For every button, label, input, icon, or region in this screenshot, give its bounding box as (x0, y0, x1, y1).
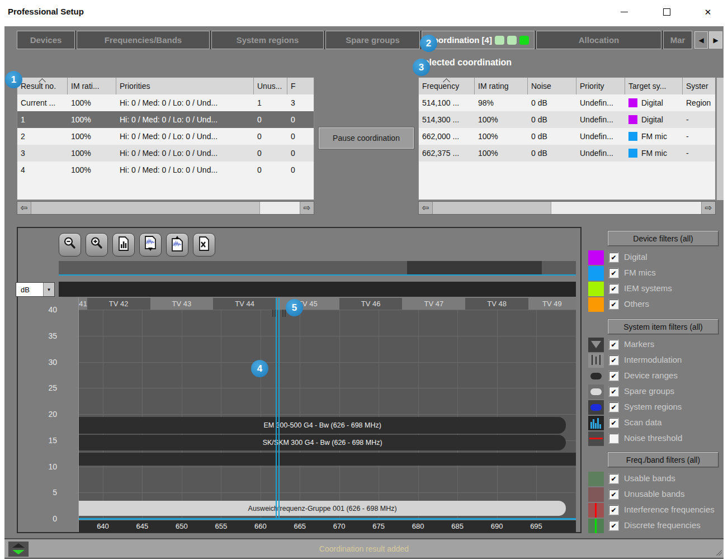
scan-import-button[interactable] (139, 233, 162, 257)
checkbox-others[interactable]: ✔ (609, 300, 618, 309)
scrollbar-track[interactable] (31, 202, 300, 214)
column-header-im-rati[interactable]: IM rati... (68, 78, 116, 94)
close-button[interactable]: ✕ (699, 3, 717, 20)
device-range-bar[interactable]: EM 300-500 G4 - Bw (626 - 698 MHz) (79, 417, 566, 434)
column-header-priorities[interactable]: Priorities (116, 78, 254, 94)
checkbox-noise-threshold[interactable] (609, 434, 618, 443)
table-row[interactable]: 662,375 ...100%0 dBUndefin...FM mic- (419, 145, 715, 162)
table-cell-text: 662,000 ... (422, 132, 459, 141)
table-cell: Undefin... (576, 145, 625, 162)
system-item-filters-group: System item filters (all)✔Markers✔Interm… (586, 319, 724, 449)
minimize-button[interactable] (615, 3, 633, 20)
table-row[interactable]: 514,300 ...100%0 dBUndefin...Digital- (419, 111, 715, 128)
gridline-vertical (497, 310, 498, 520)
resize-grip[interactable] (716, 550, 722, 556)
scroll-left-button[interactable]: ⇦ (419, 202, 433, 214)
selected-coordination-hscrollbar[interactable]: ⇦⇨ (418, 201, 716, 215)
column-header-f[interactable]: F (287, 78, 314, 94)
column-header-label: IM rating (478, 82, 508, 91)
table-cell: Current ... (17, 94, 68, 111)
table-cell-text: 0 dB (531, 98, 547, 107)
gridline-horizontal (79, 336, 576, 336)
table-cell: 0 (287, 162, 314, 178)
table-cell-text: 3 (291, 98, 295, 107)
checkbox-usable-bands[interactable]: ✔ (609, 474, 618, 483)
table-cell-text: Current ... (21, 98, 55, 107)
table-row[interactable]: 3100%Hi: 0 / Med: 0 / Lo: 0 / Und...00 (17, 145, 314, 162)
results-table-hscrollbar[interactable]: ⇦⇨ (17, 201, 314, 215)
column-header-label: Syster (686, 82, 708, 91)
spare-group-bar[interactable]: Ausweichfrequenz-Gruppe 001 (626 - 698 M… (79, 501, 566, 516)
zoom-in-button[interactable] (86, 233, 108, 257)
checkbox-system-regions[interactable]: ✔ (609, 402, 618, 412)
table-row[interactable]: 514,100 ...98%0 dBUndefin...DigitalRegio… (419, 94, 715, 111)
table-row[interactable]: 4100%Hi: 0 / Med: 0 / Lo: 0 / Und...00 (17, 162, 314, 178)
checkbox-device-ranges[interactable]: ✔ (609, 371, 618, 381)
scan-export-button[interactable] (166, 233, 188, 257)
scan-delete-button[interactable] (193, 233, 215, 257)
table-row[interactable]: Current ...100%Hi: 0 / Med: 0 / Lo: 0 / … (17, 94, 314, 111)
column-header-im-rating[interactable]: IM rating (475, 78, 528, 94)
table-cell-text: 3 (21, 149, 25, 158)
checkbox-scan-data[interactable]: ✔ (609, 418, 618, 428)
fm-mics-color-swatch (588, 266, 604, 281)
scroll-left-button[interactable]: ⇦ (17, 202, 31, 214)
unit-select-dropdown[interactable]: dB ▼ (16, 282, 55, 297)
tab-spare-groups[interactable]: Spare groups (325, 31, 420, 49)
checkbox-discrete-frequencies[interactable]: ✔ (609, 521, 618, 530)
checkbox-interference-frequencies[interactable]: ✔ (609, 505, 618, 515)
chart-document-button[interactable] (112, 233, 135, 257)
column-header-result-no[interactable]: Result no. (17, 78, 68, 94)
checkbox-markers[interactable]: ✔ (609, 340, 618, 349)
column-header-unus[interactable]: Unus... (254, 78, 287, 94)
tab-allocation[interactable]: Allocation (536, 31, 661, 49)
x-axis-tick-label: 645 (134, 520, 150, 532)
checkbox-fm-mics[interactable]: ✔ (609, 268, 618, 278)
column-header-syster[interactable]: Syster (683, 78, 716, 94)
checkbox-spare-groups[interactable]: ✔ (609, 387, 618, 396)
table-row[interactable]: 662,000 ...100%0 dBUndefin...FM mic- (419, 128, 715, 145)
tab-coordination-4[interactable]: Coordination [4] (422, 31, 535, 49)
zoom-out-button[interactable] (59, 233, 81, 257)
column-header-noise[interactable]: Noise (528, 78, 576, 94)
checkbox-intermodulation[interactable]: ✔ (609, 355, 618, 365)
table-row[interactable]: 1100%Hi: 0 / Med: 0 / Lo: 0 / Und...00 (17, 111, 314, 128)
tab-scroll-left-button[interactable]: ◀ (694, 31, 708, 49)
pause-coordination-button[interactable]: Pause coordination (319, 127, 414, 149)
column-header-label: Target sy... (628, 82, 666, 91)
minimap-viewport-window[interactable] (407, 261, 542, 274)
table-row[interactable]: 2100%Hi: 0 / Med: 0 / Lo: 0 / Und...00 (17, 128, 314, 145)
scrollbar-track[interactable] (433, 202, 701, 214)
table-cell: 514,100 ... (419, 94, 475, 111)
spectrum-overview-minimap[interactable] (59, 261, 576, 276)
table-cell-text: FM mic (641, 149, 667, 158)
annotation-callout-2: 2 (420, 35, 437, 52)
scrollbar-thumb[interactable] (31, 202, 260, 214)
device-range-bar[interactable]: SK/SKM 300 G4 - Bw (626 - 698 MHz) (79, 435, 566, 450)
filter-group-header-freq-band-filters-all[interactable]: Freq./band filters (all) (608, 452, 718, 467)
column-header-frequency[interactable]: Frequency (419, 78, 475, 94)
checkbox-unusable-bands[interactable]: ✔ (609, 490, 618, 499)
tab-label: Devices (30, 35, 62, 45)
checkbox-iem-systems[interactable]: ✔ (609, 284, 618, 293)
filter-group-header-device-filters-all[interactable]: Device filters (all) (608, 231, 718, 246)
column-header-target-sy[interactable]: Target sy... (625, 78, 683, 94)
chevron-down-icon[interactable]: ▼ (43, 283, 54, 296)
maximize-button[interactable] (658, 3, 675, 20)
filter-group-header-system-item-filters-all[interactable]: System item filters (all) (608, 319, 718, 334)
tab-frequencies-bands[interactable]: Frequencies/Bands (77, 31, 210, 49)
tab-scroll-right-button[interactable]: ▶ (709, 31, 722, 49)
scrollbar-thumb[interactable] (433, 202, 551, 214)
tab-mar[interactable]: Mar (663, 31, 692, 49)
selected-coordination-vscrollbar[interactable] (716, 78, 724, 200)
spectrum-plot[interactable]: EM 300-500 G4 - Bw (626 - 698 MHz)SK/SKM… (79, 310, 576, 520)
tab-devices[interactable]: Devices (17, 31, 75, 49)
scroll-right-button[interactable]: ⇨ (300, 202, 314, 214)
range-bar-label: EM 300-500 G4 - Bw (626 - 698 MHz) (263, 421, 381, 429)
column-header-priority[interactable]: Priority (576, 78, 625, 94)
scroll-right-button[interactable]: ⇨ (701, 202, 715, 214)
x-axis-tick-label: 660 (252, 520, 269, 532)
tab-system-regions[interactable]: System regions (211, 31, 324, 49)
checkbox-digital[interactable]: ✔ (609, 253, 618, 262)
filter-item-label: Digital (624, 252, 722, 263)
